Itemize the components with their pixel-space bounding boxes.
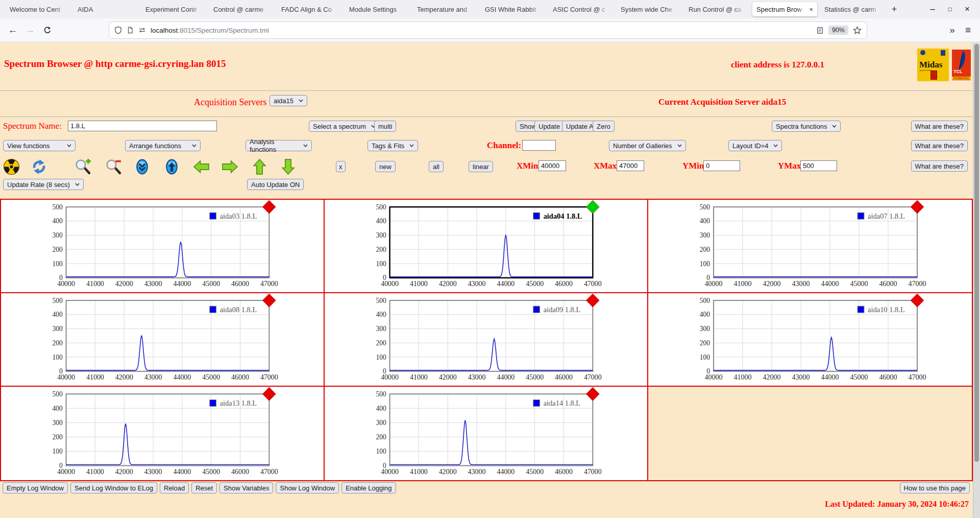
x-axis-button[interactable]: x — [336, 161, 346, 172]
zoom-in-button[interactable] — [75, 158, 91, 175]
update-button[interactable]: Update — [534, 121, 564, 132]
svg-text:500: 500 — [700, 203, 710, 211]
spectrum-panel-aida13[interactable]: 0100200300400500400004100042000430004400… — [1, 387, 325, 480]
back-button[interactable]: ← — [4, 22, 21, 38]
spectrum-panel-aida08[interactable]: 0100200300400500400004100042000430004400… — [1, 293, 325, 387]
forward-button[interactable]: → — [21, 22, 39, 38]
toolbar-overflow-button[interactable]: » — [944, 25, 960, 36]
enable-logging-button[interactable]: Enable Logging — [341, 482, 396, 493]
tab[interactable]: Experiment Contr — [141, 2, 206, 16]
analysis-functions-dropdown[interactable]: Analysis functions — [246, 140, 312, 151]
empty-log-window-button[interactable]: Empty Log Window — [3, 482, 68, 493]
tab[interactable]: Welcome to Cent — [6, 2, 70, 16]
svg-text:200: 200 — [52, 433, 62, 441]
linear-button[interactable]: linear — [469, 161, 493, 172]
refresh-button[interactable] — [31, 158, 47, 175]
reload-button[interactable] — [39, 22, 56, 38]
tab-label: Module Settings — [349, 6, 406, 13]
tab[interactable]: Control @ carme — [209, 2, 274, 16]
acquisition-server-value: aida15 — [274, 97, 293, 105]
auto-update-button[interactable]: Auto Update ON — [247, 179, 304, 190]
new-tab-button[interactable]: + — [887, 2, 902, 16]
new-button[interactable]: new — [375, 161, 396, 172]
xmin-input[interactable] — [538, 160, 566, 171]
empty-panel — [648, 387, 972, 480]
how-to-use-button[interactable]: How to use this page — [900, 482, 970, 493]
spectrum-panel-aida07[interactable]: 0100200300400500400004100042000430004400… — [648, 200, 972, 293]
spectrum-name-input[interactable] — [68, 121, 217, 131]
tab[interactable]: Temperature and — [413, 2, 478, 16]
bookmark-star-icon[interactable] — [853, 26, 862, 35]
zoom-out-button[interactable] — [105, 158, 122, 175]
tab-active[interactable]: Spectrum Brow× — [752, 2, 817, 16]
what-are-these-button-2[interactable]: What are these? — [911, 140, 968, 151]
arrange-functions-dropdown[interactable]: Arrange functions — [125, 140, 201, 151]
svg-text:41000: 41000 — [86, 373, 104, 381]
page-scrollbar-thumb[interactable] — [974, 44, 979, 462]
zero-spectrum-radiation-button[interactable] — [3, 158, 20, 175]
url-bar[interactable]: localhost:8015/Spectrum/Spectrum.tml 90% — [109, 22, 867, 38]
zoom-level-badge[interactable]: 90% — [828, 26, 848, 35]
menu-button[interactable]: ≡ — [960, 25, 976, 36]
tags-fits-dropdown[interactable]: Tags & Fits — [368, 140, 418, 151]
tab[interactable]: Statistics @ carm — [820, 2, 885, 16]
send-log-window-to-elog-button[interactable]: Send Log Window to ELog — [70, 482, 157, 493]
what-are-these-button-3[interactable]: What are these? — [911, 160, 968, 172]
spectrum-panel-aida09[interactable]: 0100200300400500400004100042000430004400… — [325, 293, 648, 387]
chevron-down-icon — [773, 144, 778, 147]
tab[interactable]: ASIC Control @ c — [549, 2, 614, 16]
spectra-functions-dropdown[interactable]: Spectra functions — [772, 121, 841, 132]
svg-text:500: 500 — [52, 297, 62, 304]
tcl-logo-text: TCL — [953, 69, 963, 74]
spectrum-panel-aida10[interactable]: 0100200300400500400004100042000430004400… — [648, 293, 972, 387]
multi-button[interactable]: multi — [374, 121, 396, 132]
tab[interactable]: GSI White Rabbit — [481, 2, 546, 16]
acquisition-server-select[interactable]: aida15 — [270, 95, 307, 106]
tab[interactable]: FADC Align & Co — [277, 2, 342, 16]
window-close-button[interactable]: × — [959, 2, 976, 17]
spectrum-panel-aida03[interactable]: 0100200300400500400004100042000430004400… — [1, 200, 325, 293]
acquisition-servers-label: Acquisition Servers — [194, 97, 266, 108]
radiation-icon — [3, 158, 20, 175]
tab[interactable]: System wide Che — [617, 2, 681, 16]
xmax-input[interactable] — [617, 160, 644, 171]
ymin-input[interactable] — [703, 160, 740, 171]
select-spectrum-dropdown[interactable]: Select a spectrum — [309, 121, 380, 132]
ymax-input[interactable] — [800, 160, 837, 171]
window-minimize-button[interactable]: – — [924, 2, 941, 17]
what-are-these-button-1[interactable]: What are these? — [911, 121, 968, 132]
spectrum-chart-aida14: 0100200300400500400004100042000430004400… — [325, 387, 647, 480]
svg-text:100: 100 — [376, 448, 386, 455]
zero-button[interactable]: Zero — [593, 121, 615, 132]
layout-id-dropdown[interactable]: Layout ID=4 — [728, 140, 782, 151]
url-text[interactable]: localhost:8015/Spectrum/Spectrum.tml — [151, 27, 812, 34]
all-button[interactable]: all — [429, 161, 444, 172]
tab[interactable]: Run Control @ ca — [684, 2, 749, 16]
scroll-down-button[interactable] — [134, 158, 151, 175]
tab[interactable]: AIDA — [74, 2, 138, 16]
spectrum-panel-aida14[interactable]: 0100200300400500400004100042000430004400… — [325, 387, 648, 480]
scroll-up-button[interactable] — [163, 158, 180, 175]
svg-text:44000: 44000 — [497, 373, 514, 381]
window-maximize-button[interactable]: □ — [941, 2, 959, 17]
reader-mode-icon[interactable] — [816, 27, 824, 34]
number-of-galleries-dropdown[interactable]: Number of Galleries — [609, 140, 686, 151]
tab[interactable]: Module Settings — [345, 2, 410, 16]
show-log-window-button[interactable]: Show Log Window — [276, 482, 339, 493]
reset-button[interactable]: Reset — [191, 482, 217, 493]
pan-up-button[interactable] — [251, 158, 268, 175]
close-tab-icon[interactable]: × — [809, 6, 813, 13]
client-address: client address is 127.0.0.1 — [731, 60, 824, 70]
pan-down-button[interactable] — [280, 158, 297, 175]
show-variables-button[interactable]: Show Variables — [219, 482, 273, 493]
spectrum-browser-page: Spectrum Browser @ http carme-gsi.cryrin… — [0, 43, 980, 518]
update-rate-value: Update Rate (8 secs) — [7, 181, 70, 189]
view-functions-dropdown[interactable]: View functions — [3, 140, 76, 151]
current-acquisition-server: Current Acquisition Server aida15 — [658, 97, 786, 107]
pan-right-button[interactable] — [222, 158, 238, 175]
spectrum-panel-aida04[interactable]: 0100200300400500400004100042000430004400… — [325, 200, 648, 293]
reload-button[interactable]: Reload — [160, 482, 189, 493]
update-rate-dropdown[interactable]: Update Rate (8 secs) — [3, 179, 84, 190]
pan-left-button[interactable] — [193, 158, 210, 175]
channel-input[interactable] — [522, 140, 556, 151]
